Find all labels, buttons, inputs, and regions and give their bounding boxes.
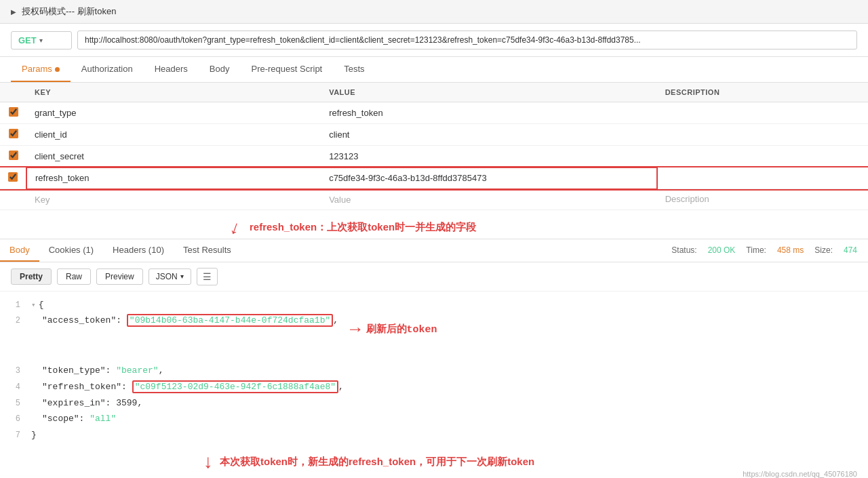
row3-key: client_secret xyxy=(26,146,321,167)
table-row-refresh: refresh_token c75dfe34-9f3c-46a3-b13d-8f… xyxy=(0,167,868,189)
raw-button[interactable]: Raw xyxy=(57,268,91,285)
annotation3-container: ↓ 本次获取token时，新生成的refresh_token，可用于下一次刷新t… xyxy=(0,448,868,478)
resp-tab-headers[interactable]: Headers (10) xyxy=(103,239,174,262)
row4-key: refresh_token xyxy=(26,167,321,189)
top-bar: ▶ 授权码模式--- 刷新token xyxy=(0,0,868,24)
url-input[interactable] xyxy=(77,31,857,49)
row4-checkbox[interactable] xyxy=(8,172,18,182)
row2-desc xyxy=(657,124,868,146)
json-line-4: 4 "refresh_token": "c09f5123-02d9-463e-9… xyxy=(11,379,857,395)
annotation1-container: ↓ refresh_token：上次获取token时一并生成的字段 xyxy=(0,214,868,239)
resp-tab-testresults[interactable]: Test Results xyxy=(174,239,241,262)
params-dot xyxy=(55,67,60,72)
response-section: Body Cookies (1) Headers (10) Test Resul… xyxy=(0,239,868,479)
row3-desc xyxy=(657,146,868,167)
json-key-refresh_token: "refresh_token": xyxy=(42,382,132,392)
size-label: Size: xyxy=(814,245,833,255)
annotation-area-1: ↓ refresh_token：上次获取token时一并生成的字段 xyxy=(0,210,868,239)
table-row: grant_type refresh_token xyxy=(0,102,868,124)
status-info: Status: 200 OK Time: 458 ms Size: 474 xyxy=(671,245,868,255)
arrow2-icon: → xyxy=(350,314,361,346)
json-key-token_type: "token_type": xyxy=(42,365,116,376)
json-val-scope: "all" xyxy=(90,414,116,424)
chevron-down-icon: ▾ xyxy=(180,273,184,280)
tab-params[interactable]: Params xyxy=(11,57,71,82)
row2-checkbox[interactable] xyxy=(9,129,18,138)
request-bar: GET ▾ xyxy=(0,24,868,57)
row2-key: client_id xyxy=(26,124,321,146)
resp-tab-cookies[interactable]: Cookies (1) xyxy=(39,239,103,262)
placeholder-key[interactable]: Key xyxy=(26,189,321,210)
json-line-5: 5 "expires_in": 3599, xyxy=(11,395,857,412)
row3-value: 123123 xyxy=(321,146,657,167)
row4-value: c75dfe34-9f3c-46a3-b13d-8ffdd3785473 xyxy=(321,167,657,189)
expand-icon[interactable]: ▶ xyxy=(11,8,16,16)
json-key-expires_in: "expires_in": xyxy=(42,398,116,408)
json-val-token_type: "bearer" xyxy=(116,365,158,376)
collapse-icon[interactable]: ▾ xyxy=(31,299,36,313)
request-tabs: Params Authorization Headers Body Pre-re… xyxy=(0,57,868,83)
col-header-key: KEY xyxy=(26,83,321,102)
row1-desc xyxy=(657,102,868,124)
row1-checkbox[interactable] xyxy=(9,107,18,117)
preview-button[interactable]: Preview xyxy=(96,268,143,285)
status-label: Status: xyxy=(671,245,696,255)
params-table: KEY VALUE DESCRIPTION grant_type refresh… xyxy=(0,83,868,210)
format-select[interactable]: JSON ▾ xyxy=(149,268,191,285)
tab-prerequest[interactable]: Pre-request Script xyxy=(240,57,333,82)
row4-desc xyxy=(657,167,868,189)
row1-value: refresh_token xyxy=(321,102,657,124)
method-select[interactable]: GET ▾ xyxy=(11,31,72,49)
pretty-button[interactable]: Pretty xyxy=(11,268,52,285)
row3-checkbox[interactable] xyxy=(9,151,18,160)
table-row: client_secret 123123 xyxy=(0,146,868,167)
placeholder-value[interactable]: Value xyxy=(321,189,657,210)
tab-tests[interactable]: Tests xyxy=(333,57,375,82)
tab-headers[interactable]: Headers xyxy=(144,57,199,82)
json-val-refresh_token: "c09f5123-02d9-463e-942f-6c1888af4ae8" xyxy=(132,380,338,393)
col-header-value: VALUE xyxy=(321,83,657,102)
arrow3-icon: ↓ xyxy=(203,451,213,473)
placeholder-desc[interactable]: Description xyxy=(657,189,868,210)
annotation3-text: 本次获取token时，新生成的refresh_token，可用于下一次刷新tok… xyxy=(220,456,534,469)
time-value: 458 ms xyxy=(777,245,804,255)
status-value: 200 OK xyxy=(708,245,736,255)
arrow1-icon: ↓ xyxy=(227,216,243,239)
col-header-checkbox xyxy=(0,83,26,102)
watermark: https://blog.csdn.net/qq_45076180 xyxy=(743,470,857,478)
page-title: 授权码模式--- 刷新token xyxy=(22,5,116,18)
row1-key: grant_type xyxy=(26,102,321,124)
response-bar: Body Cookies (1) Headers (10) Test Resul… xyxy=(0,239,868,262)
json-line-7: 7 } xyxy=(11,427,857,443)
method-label: GET xyxy=(18,35,37,45)
json-key-scope: "scope": xyxy=(42,414,90,424)
annotation2-container: → 刷新后的token xyxy=(79,314,868,348)
table-row: client_id client xyxy=(0,124,868,146)
tab-authorization[interactable]: Authorization xyxy=(71,57,144,82)
json-body: 1 ▾ { 2 "access_token": "09b14b06-63ba-4… xyxy=(0,292,868,449)
json-line-1: 1 ▾ { xyxy=(11,297,857,313)
annotation2-text: 刷新后的token xyxy=(366,321,437,339)
resp-tab-body[interactable]: Body xyxy=(0,239,39,262)
json-val-expires_in: 3599 xyxy=(116,398,137,408)
chevron-down-icon: ▾ xyxy=(39,37,43,44)
table-row-placeholder: Key Value Description xyxy=(0,189,868,210)
body-toolbar: Pretty Raw Preview JSON ▾ ☰ xyxy=(0,262,868,292)
col-header-description: DESCRIPTION xyxy=(657,83,868,102)
annotation1-text: refresh_token：上次获取token时一并生成的字段 xyxy=(250,221,476,234)
params-section: KEY VALUE DESCRIPTION grant_type refresh… xyxy=(0,83,868,210)
wrap-button[interactable]: ☰ xyxy=(197,268,218,285)
json-line-6: 6 "scope": "all" xyxy=(11,411,857,427)
tab-body[interactable]: Body xyxy=(199,57,241,82)
time-label: Time: xyxy=(746,245,766,255)
size-value: 474 xyxy=(844,245,857,255)
response-tabs: Body Cookies (1) Headers (10) Test Resul… xyxy=(0,239,671,262)
json-line-3: 3 "token_type": "bearer", xyxy=(11,363,857,379)
row2-value: client xyxy=(321,124,657,146)
